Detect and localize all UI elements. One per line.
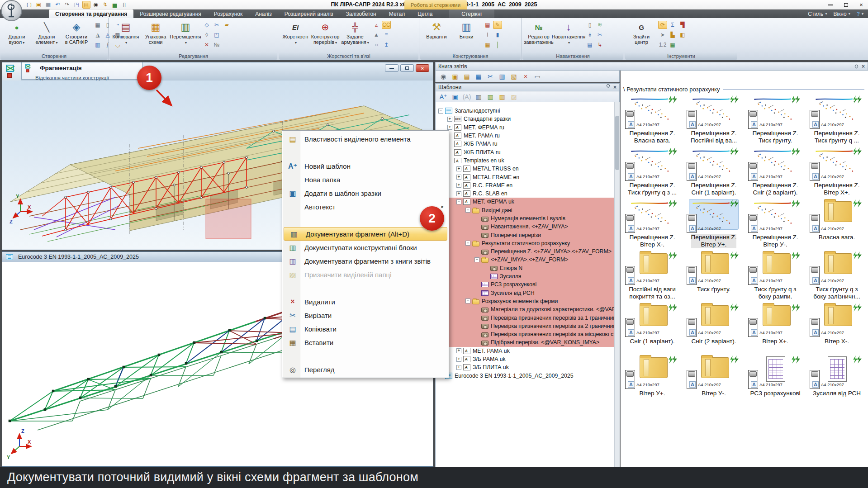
tree-item[interactable]: Переміщення Z. <+ZAV_IMYA>.<+ZAV_FORM>: [436, 247, 614, 256]
properties-icon[interactable]: ▤: [462, 72, 472, 81]
context-menu-item[interactable]: ▤ Копіювати: [283, 322, 448, 336]
report-thumbnail[interactable]: A A4 210x297 Переміщення Z.Тиск ґрунту q…: [621, 147, 683, 199]
flag-icon[interactable]: ▰: [222, 21, 231, 29]
ribbon-button[interactable]: ⊕ Конструктор перерізів: [310, 19, 340, 52]
cut-scheme-icon[interactable]: ✂: [212, 21, 221, 29]
ribbon-tab[interactable]: Розширене редагування: [133, 9, 208, 18]
tree-item[interactable]: − Результати статичного розрахунку: [436, 239, 614, 247]
report-thumbnail[interactable]: A A4 210x297 Переміщення Z.Постійні від …: [683, 95, 745, 147]
column-icon[interactable]: ▮: [493, 31, 502, 39]
tree-item[interactable]: + МЕТ. ФЕРМА ru: [436, 123, 614, 132]
tree-item[interactable]: + З/Б ПЛИТА uk: [436, 363, 614, 371]
context-menu-item[interactable]: [283, 281, 448, 295]
tree-item[interactable]: Зусилля від РСН: [436, 289, 614, 297]
expand-toggle[interactable]: +: [456, 348, 461, 353]
tree-item[interactable]: + R.C. SLAB en: [436, 190, 614, 198]
ribbon-button[interactable]: ▤ Копіювання: [111, 19, 141, 52]
c-joint-icon[interactable]: ◧: [678, 31, 687, 39]
ribbon-tab[interactable]: Метал: [383, 9, 411, 18]
close-panel-icon[interactable]: ×: [862, 63, 865, 70]
hinge-icon[interactable]: ○: [372, 41, 381, 49]
ribbon-button[interactable]: G Знайти центр: [626, 19, 656, 52]
stairs-icon[interactable]: ≡: [382, 31, 391, 39]
erase-icon[interactable]: ✕: [202, 41, 211, 49]
report-thumbnail[interactable]: A A4 210x297 Вітер X-.: [806, 303, 868, 355]
context-menu-item[interactable]: ▨ Призначити виділеній папці: [283, 268, 448, 281]
ribbon-tab[interactable]: Аналіз: [249, 9, 278, 18]
open-folder-icon[interactable]: ▣: [450, 72, 460, 81]
expand-toggle[interactable]: −: [465, 298, 470, 303]
cut-loads-icon[interactable]: ✂: [595, 31, 604, 39]
tree-item[interactable]: + METAL TRUSS en: [436, 165, 614, 173]
report-thumbnail[interactable]: A A4 210x297 РСЗ розрахункові: [745, 355, 806, 407]
cursor-icon[interactable]: ➤: [658, 31, 667, 39]
report-thumbnail[interactable]: A A4 210x297 Вітер У-.: [683, 355, 745, 407]
tree-item[interactable]: + R.C. FRAME en: [436, 181, 614, 190]
assign-folder-icon[interactable]: ▨: [509, 92, 519, 101]
spring-icon[interactable]: ▵: [372, 21, 381, 29]
pin-icon[interactable]: [854, 64, 859, 69]
expand-toggle[interactable]: +: [456, 191, 461, 196]
report-thumbnail[interactable]: A A4 210x297 Тиск ґрунту.: [683, 251, 745, 303]
tree-item[interactable]: − Розрахунок елементів ферми: [436, 297, 614, 305]
report-thumbnail[interactable]: A A4 210x297 Зусилля від РСН: [806, 355, 868, 407]
expand-toggle[interactable]: +: [456, 183, 461, 188]
chart-icon[interactable]: ▅: [111, 1, 119, 9]
copy-icon[interactable]: ▥: [497, 72, 507, 81]
mirror-icon[interactable]: ◊: [202, 31, 211, 39]
sum-icon[interactable]: Σ: [668, 21, 677, 29]
tree-item[interactable]: Матеріали та додаткові характеристики. <…: [436, 305, 614, 313]
frame-icon[interactable]: ▥: [93, 41, 102, 49]
context-menu-item[interactable]: ◎ Перегляд: [283, 363, 448, 376]
ribbon-button[interactable]: ▥ Блоки: [451, 19, 481, 52]
tree-item[interactable]: Підібрані перерізи. <@VAR_KONS_IMYA>: [436, 338, 614, 346]
expand-toggle[interactable]: +: [456, 175, 461, 180]
report-thumbnail[interactable]: A A4 210x297 Переміщення Z.Вітер X+.: [806, 147, 868, 199]
ribbon-tab[interactable]: Розрахунок: [208, 9, 249, 18]
context-menu-item[interactable]: ✂ Вирізати: [283, 308, 448, 322]
chart2-icon[interactable]: ▜: [678, 21, 687, 29]
autotext-icon[interactable]: (A): [462, 92, 472, 101]
redo-icon[interactable]: ↷: [63, 1, 71, 9]
tree-scrollbar[interactable]: [614, 102, 620, 467]
expand-toggle[interactable]: +: [447, 117, 452, 122]
report-thumbnail[interactable]: A A4 210x297 Переміщення Z.Сніг (2 варіа…: [745, 147, 806, 199]
ibeam-icon[interactable]: Ι: [483, 31, 492, 39]
menubar-item[interactable]: Стиль▾: [808, 11, 827, 17]
ribbon-button[interactable]: ╲ Додати елемент: [32, 19, 62, 52]
tree-item[interactable]: Навантаження. <+ZAV_IMYA>: [436, 223, 614, 231]
report-thumbnail[interactable]: A A4 210x297 Вітер X+.: [745, 303, 806, 355]
menubar-item[interactable]: ?▾: [857, 11, 863, 17]
pencil-add-icon[interactable]: ✎: [493, 21, 502, 29]
doc-from-book-icon[interactable]: ▥: [497, 92, 507, 101]
model-box-icon[interactable]: ◳: [73, 1, 81, 9]
context-menu-item[interactable]: × Видалити: [283, 295, 448, 308]
report-thumbnail[interactable]: A A4 210x297 Вітер У+.: [621, 355, 683, 407]
expand-toggle[interactable]: +: [456, 166, 461, 171]
brick-icon[interactable]: ▤: [483, 21, 492, 29]
rotate-copy-icon[interactable]: ◇: [202, 21, 211, 29]
refresh-icon[interactable]: ⟳: [658, 21, 667, 29]
truss-icon[interactable]: ◮: [93, 31, 102, 39]
flash-icon[interactable]: ↯: [101, 1, 109, 9]
tree-item[interactable]: РСЗ розрахункові: [436, 280, 614, 289]
minimize-button[interactable]: [826, 1, 835, 9]
open-icon[interactable]: ▣: [35, 1, 43, 9]
context-menu-item[interactable]: ▦ Вставити: [283, 336, 448, 349]
new-template-icon[interactable]: A⁺: [438, 92, 448, 101]
tree-item[interactable]: + З/Б РАМА uk: [436, 355, 614, 363]
tree-item[interactable]: Перевірка призначених перерізів за місце…: [436, 330, 614, 338]
doc-fragment-icon[interactable]: ▥: [474, 92, 484, 101]
add-template-sample-icon[interactable]: ▣: [450, 92, 460, 101]
ribbon-tab[interactable]: Стержні: [449, 9, 494, 18]
report-thumbnail[interactable]: A A4 210x297 Переміщення Z.Сніг (1 варіа…: [683, 147, 745, 199]
tree-item[interactable]: Templates en uk: [436, 156, 614, 165]
tree-item[interactable]: − МЕТ. ФЕРМА uk: [436, 198, 614, 206]
close-panel-icon[interactable]: ×: [613, 84, 617, 90]
snapshot-icon[interactable]: ◉: [92, 1, 100, 9]
tree-item[interactable]: Перевірка призначених перерізів за 1 гра…: [436, 313, 614, 322]
child-close-button[interactable]: ×: [416, 64, 429, 72]
ribbon-button[interactable]: ◈ Створити в САПФІР: [62, 19, 91, 52]
tree-item[interactable]: + МЕТ. РАМА uk: [436, 347, 614, 355]
delete-icon[interactable]: ×: [521, 72, 531, 81]
